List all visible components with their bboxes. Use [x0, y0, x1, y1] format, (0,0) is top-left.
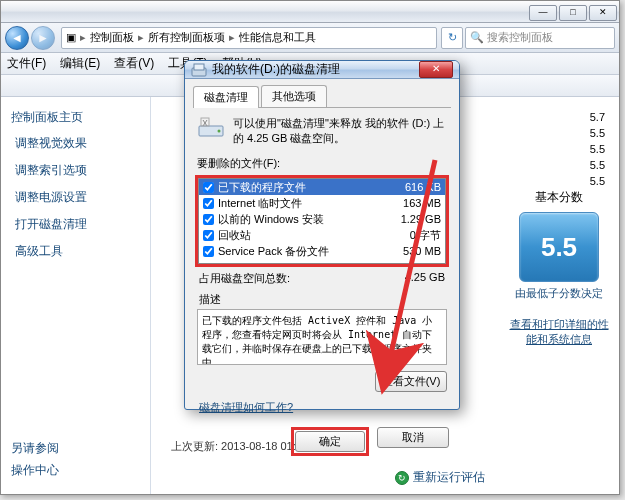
close-button[interactable]: ✕ — [589, 5, 617, 21]
svg-point-3 — [218, 130, 221, 133]
total-label: 占用磁盘空间总数: — [199, 271, 290, 286]
ok-button[interactable]: 确定 — [295, 431, 365, 452]
right-pane: 5.7 5.5 5.5 5.5 5.5 基本分数 5.5 由最低子分数决定 查看… — [499, 97, 619, 494]
sidebar-item-actioncenter[interactable]: 操作中心 — [11, 457, 73, 484]
file-checkbox[interactable] — [203, 246, 214, 257]
breadcrumb[interactable]: ▣▸ 控制面板▸ 所有控制面板项▸ 性能信息和工具 — [61, 27, 437, 49]
dialog-info-text: 可以使用"磁盘清理"来释放 我的软件 (D:) 上的 4.25 GB 磁盘空间。 — [233, 116, 447, 146]
disk-cleanup-dialog: 我的软件(D:)的磁盘清理 ✕ 磁盘清理 其他选项 可以使用"磁盘清理"来释放 … — [184, 60, 460, 410]
cancel-button[interactable]: 取消 — [377, 427, 449, 448]
main-titlebar: — □ ✕ — [1, 1, 619, 23]
search-icon: 🔍 — [470, 31, 484, 44]
disk-cleanup-icon — [191, 62, 207, 78]
breadcrumb-item[interactable]: 性能信息和工具 — [239, 30, 316, 45]
search-input[interactable]: 🔍 搜索控制面板 — [465, 27, 615, 49]
breadcrumb-item[interactable]: 所有控制面板项 — [148, 30, 225, 45]
menu-edit[interactable]: 编辑(E) — [60, 55, 100, 72]
minimize-button[interactable]: — — [529, 5, 557, 21]
file-checkbox[interactable] — [203, 230, 214, 241]
file-row[interactable]: 以前的 Windows 安装1.29 GB — [199, 211, 445, 227]
svg-rect-4 — [201, 118, 209, 126]
base-score-label: 基本分数 — [507, 189, 611, 206]
base-score-caption: 由最低子分数决定 — [507, 286, 611, 301]
file-row[interactable]: 已下载的程序文件616 KB — [199, 179, 445, 195]
nav-bar: ◄ ► ▣▸ 控制面板▸ 所有控制面板项▸ 性能信息和工具 ↻ 🔍 搜索控制面板 — [1, 23, 619, 53]
file-list[interactable]: 已下载的程序文件616 KB Internet 临时文件163 MB 以前的 W… — [198, 178, 446, 264]
description-box: 已下载的程序文件包括 ActiveX 控件和 Java 小程序，您查看特定网页时… — [197, 309, 447, 365]
file-checkbox[interactable] — [203, 198, 214, 209]
dialog-close-button[interactable]: ✕ — [419, 61, 453, 78]
sidebar-title[interactable]: 控制面板主页 — [1, 105, 150, 130]
tab-disk-cleanup[interactable]: 磁盘清理 — [193, 86, 259, 108]
file-checkbox[interactable] — [203, 214, 214, 225]
files-to-delete-label: 要删除的文件(F): — [197, 156, 447, 171]
breadcrumb-icon: ▣ — [66, 31, 76, 44]
see-also-label: 另请参阅 — [11, 440, 73, 457]
breadcrumb-item[interactable]: 控制面板 — [90, 30, 134, 45]
refresh-button[interactable]: ↻ — [441, 27, 463, 49]
view-files-button[interactable]: 查看文件(V) — [375, 371, 447, 392]
menu-file[interactable]: 文件(F) — [7, 55, 46, 72]
sidebar-item-advanced[interactable]: 高级工具 — [1, 238, 150, 265]
description-label: 描述 — [199, 292, 445, 307]
rerun-icon: ↻ — [395, 471, 409, 485]
sidebar-item-power[interactable]: 调整电源设置 — [1, 184, 150, 211]
tab-row: 磁盘清理 其他选项 — [193, 85, 451, 108]
detail-link[interactable]: 查看和打印详细的性能和系统信息 — [507, 317, 611, 347]
base-score-tile: 5.5 — [519, 212, 599, 282]
file-checkbox[interactable] — [203, 182, 214, 193]
back-button[interactable]: ◄ — [5, 26, 29, 50]
annotation-ok-highlight: 确定 — [291, 427, 369, 456]
sidebar-item-visual[interactable]: 调整视觉效果 — [1, 130, 150, 157]
how-does-it-work-link[interactable]: 磁盘清理如何工作? — [193, 398, 451, 417]
maximize-button[interactable]: □ — [559, 5, 587, 21]
rerun-assessment-link[interactable]: ↻ 重新运行评估 — [395, 469, 485, 486]
total-value: 4.25 GB — [405, 271, 445, 286]
search-placeholder: 搜索控制面板 — [487, 30, 553, 45]
svg-rect-1 — [194, 64, 204, 70]
sidebar-item-index[interactable]: 调整索引选项 — [1, 157, 150, 184]
dialog-titlebar[interactable]: 我的软件(D:)的磁盘清理 ✕ — [185, 61, 459, 79]
forward-button[interactable]: ► — [31, 26, 55, 50]
sidebar-item-diskcleanup[interactable]: 打开磁盘清理 — [1, 211, 150, 238]
file-row[interactable]: 回收站0 字节 — [199, 227, 445, 243]
dialog-title: 我的软件(D:)的磁盘清理 — [212, 61, 419, 78]
file-row[interactable]: Internet 临时文件163 MB — [199, 195, 445, 211]
subscores: 5.7 5.5 5.5 5.5 5.5 — [507, 109, 611, 189]
annotation-file-list-highlight: 已下载的程序文件616 KB Internet 临时文件163 MB 以前的 W… — [195, 175, 449, 267]
file-row[interactable]: Service Pack 备份文件530 MB — [199, 243, 445, 259]
sidebar: 控制面板主页 调整视觉效果 调整索引选项 调整电源设置 打开磁盘清理 高级工具 … — [1, 97, 151, 494]
tab-more-options[interactable]: 其他选项 — [261, 85, 327, 107]
drive-icon — [197, 116, 225, 140]
menu-view[interactable]: 查看(V) — [114, 55, 154, 72]
